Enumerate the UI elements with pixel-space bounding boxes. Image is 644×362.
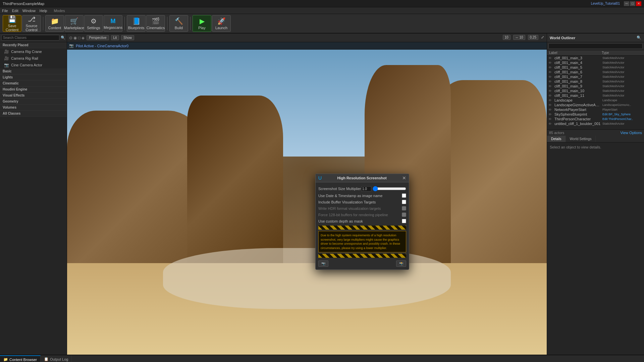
viewport-canvas[interactable]: U High Resolution Screenshot ✕ Screensho… bbox=[67, 50, 547, 355]
outliner-item[interactable]: 👁SkySphereBlueprintEdit BP_Sky_Sphere bbox=[547, 112, 644, 117]
source-control-button[interactable]: ⎇ Source Control bbox=[22, 15, 41, 32]
marketplace-icon: 🛒 bbox=[70, 17, 78, 25]
details-placeholder: Select an object to view details. bbox=[550, 145, 601, 149]
grid-step-button[interactable]: ↔ 10 bbox=[513, 35, 525, 40]
menu-file[interactable]: File bbox=[2, 9, 8, 13]
source-control-icon: ⎇ bbox=[28, 15, 36, 23]
view-options-link[interactable]: View Options bbox=[620, 131, 642, 135]
viewport-toolbar: ⊙ ◉ □ ◈ Perspective Lit Show 10 ↔ 10 0.2… bbox=[67, 34, 547, 42]
left-item-camera-rig-crane[interactable]: 🎥 Camera Rig Crane bbox=[0, 48, 67, 55]
close-button[interactable]: ✕ bbox=[636, 1, 641, 6]
menu-window[interactable]: Window bbox=[22, 9, 36, 13]
volumes-header[interactable]: Volumes bbox=[0, 105, 67, 111]
content-button[interactable]: 📁 Content bbox=[45, 15, 64, 32]
details-tab[interactable]: Details bbox=[547, 136, 566, 142]
outliner-item[interactable]: 👁LandscapeGizmoActiveActorLandscapeGizmo… bbox=[547, 103, 644, 107]
actor-type: StaticMeshActor bbox=[602, 89, 643, 93]
show-button[interactable]: Show bbox=[121, 35, 134, 40]
minimize-button[interactable]: ─ bbox=[624, 1, 629, 6]
outliner-item[interactable]: 👁cliff_001_main_9StaticMeshActor bbox=[547, 84, 644, 88]
outliner-item[interactable]: 👁cliff_001_main_8StaticMeshActor bbox=[547, 79, 644, 84]
outliner-item[interactable]: 👁untitled_cliff_1_boulder_001StaticMeshA… bbox=[547, 121, 644, 126]
custom-depth-checkbox[interactable] bbox=[402, 219, 406, 223]
marketplace-label: Marketplace bbox=[64, 26, 84, 30]
launch-button[interactable]: 🚀 Launch bbox=[212, 15, 231, 32]
grid-scale-button[interactable]: 10 bbox=[503, 35, 511, 40]
outliner-item[interactable]: 👁cliff_001_main_3StaticMeshActor bbox=[547, 56, 644, 60]
left-item-cine-camera[interactable]: 📷 Cine Camera Actor bbox=[0, 62, 67, 68]
hdr-format-label: Write HDR format visualization targets bbox=[318, 206, 381, 210]
actors-count: 85 actors bbox=[549, 131, 564, 135]
toolbar-separator-4 bbox=[190, 17, 191, 30]
outliner-search-input[interactable] bbox=[548, 43, 643, 49]
screenshot-size-value[interactable] bbox=[361, 186, 371, 191]
actor-name: cliff_001_main_5 bbox=[554, 65, 601, 69]
content-browser-label: Content Browser bbox=[9, 358, 37, 362]
date-timestamp-checkbox[interactable] bbox=[402, 193, 406, 198]
build-button[interactable]: 🔨 Build bbox=[169, 15, 188, 32]
dialog-close-button[interactable]: ✕ bbox=[402, 175, 406, 181]
cinematics-button[interactable]: 🎬 Cinematics bbox=[146, 15, 165, 32]
all-classes-header[interactable]: All Classes bbox=[0, 111, 67, 117]
houdini-header[interactable]: Houdini Engine bbox=[0, 86, 67, 93]
menu-edit[interactable]: Edit bbox=[12, 9, 18, 13]
screenshot-size-row: Screenshot Size Multiplier bbox=[318, 185, 406, 192]
details-panel: Details World Settings Select an object … bbox=[547, 136, 644, 355]
lights-header[interactable]: Lights bbox=[0, 74, 67, 80]
outliner-item[interactable]: 👁LandscapeLandscape bbox=[547, 98, 644, 103]
left-item-camera-rig-rail[interactable]: 🎥 Camera Rig Rail bbox=[0, 55, 67, 62]
zoom-button[interactable]: 0.25 bbox=[528, 35, 538, 40]
outliner-item[interactable]: 👁cliff_001_main_4StaticMeshActor bbox=[547, 60, 644, 65]
class-search-input[interactable] bbox=[1, 35, 59, 41]
buffer-viz-checkbox[interactable] bbox=[402, 200, 406, 204]
outliner-item[interactable]: 👁cliff_001_main_11StaticMeshActor bbox=[547, 93, 644, 98]
play-button[interactable]: ▶ Play bbox=[193, 15, 211, 32]
outliner-item[interactable]: 👁cliff_001_main_10StaticMeshActor bbox=[547, 88, 644, 93]
actor-name: cliff_001_main_11 bbox=[554, 94, 601, 98]
outliner-item[interactable]: 👁NetworkPlayerStartPlayerStart bbox=[547, 107, 644, 112]
menu-help[interactable]: Help bbox=[40, 9, 47, 13]
settings-button[interactable]: ⚙ Settings bbox=[84, 15, 103, 32]
blueprints-button[interactable]: 📘 Blueprints bbox=[127, 15, 146, 32]
world-settings-tab[interactable]: World Settings bbox=[566, 136, 596, 142]
outliner-item[interactable]: 👁cliff_001_main_5StaticMeshActor bbox=[547, 65, 644, 70]
screenshot-confirm-button[interactable]: 📸 bbox=[396, 260, 406, 267]
capture-button[interactable]: 📷 bbox=[318, 260, 328, 267]
actor-type: Landscape bbox=[602, 99, 643, 102]
actor-name: LandscapeGizmoActiveActor bbox=[554, 103, 601, 107]
megascans-button[interactable]: M Megascans bbox=[104, 15, 122, 32]
scene-render bbox=[67, 50, 547, 355]
actor-name: cliff_001_main_7 bbox=[554, 75, 601, 79]
actor-name: Landscape bbox=[554, 98, 601, 102]
settings-label: Settings bbox=[87, 26, 100, 30]
actor-type: StaticMeshActor bbox=[602, 66, 643, 69]
dialog-title: High Resolution Screenshot bbox=[337, 176, 386, 180]
camera-rig-crane-label: Camera Rig Crane bbox=[11, 50, 42, 54]
maximize-button[interactable]: □ bbox=[630, 1, 635, 6]
outliner-item[interactable]: 👁cliff_001_main_6StaticMeshActor bbox=[547, 70, 644, 74]
warning-stripe-bottom bbox=[318, 254, 406, 258]
actor-type: StaticMeshActor bbox=[602, 75, 643, 78]
basic-header[interactable]: Basic bbox=[0, 68, 67, 74]
outliner-item[interactable]: 👁cliff_001_main_7StaticMeshActor bbox=[547, 74, 644, 79]
perspective-button[interactable]: Perspective bbox=[87, 35, 109, 40]
output-log-tab[interactable]: 📋 Output Log bbox=[41, 355, 72, 362]
maximize-viewport-icon[interactable]: ⤢ bbox=[541, 35, 544, 40]
actor-name: cliff_001_main_4 bbox=[554, 61, 601, 65]
visibility-icon: 👁 bbox=[548, 122, 553, 126]
cinematic-header[interactable]: Cinematic bbox=[0, 80, 67, 86]
toolbar-separator-3 bbox=[167, 17, 167, 30]
marketplace-button[interactable]: 🛒 Marketplace bbox=[65, 15, 84, 32]
outliner-item[interactable]: 👁ThirdPersonCharacterEdit ThirdPersonCha… bbox=[547, 117, 644, 121]
recently-placed-header[interactable]: Recently Placed bbox=[0, 42, 67, 48]
content-browser-tab[interactable]: 📁 Content Browser bbox=[0, 355, 41, 362]
geometry-header[interactable]: Geometry bbox=[0, 99, 67, 105]
save-button[interactable]: 💾 Save Content bbox=[3, 15, 21, 32]
screenshot-size-slider[interactable] bbox=[373, 186, 406, 191]
visibility-icon: 👁 bbox=[548, 108, 553, 112]
world-outliner-search-icon[interactable]: 🔍 bbox=[637, 36, 641, 40]
force-128-row: Force 128-bit buffers for rendering pipe… bbox=[318, 212, 406, 218]
lit-button[interactable]: Lit bbox=[111, 35, 119, 40]
title-bar: ThirdPersonExampleMap LevelUp_Tutorial01… bbox=[0, 0, 644, 7]
visual-effects-header[interactable]: Visual Effects bbox=[0, 93, 67, 99]
